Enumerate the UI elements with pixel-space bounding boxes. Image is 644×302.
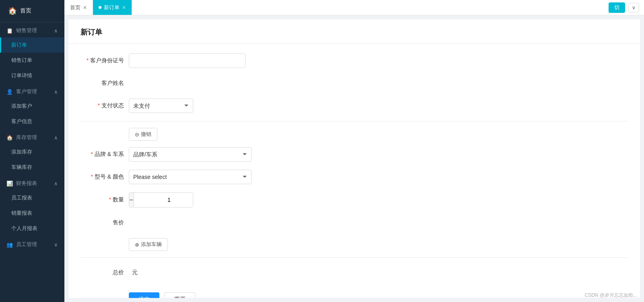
brand-model-label: 品牌 & 车系 (80, 151, 129, 158)
sidebar-section-sales[interactable]: 📋 销售管理 ∧ (0, 22, 64, 37)
footer-credit: CSDN @岁月忘忘如歌... (584, 292, 638, 299)
sidebar-section-finance[interactable]: 📊 财务报表 ∧ (0, 175, 64, 190)
sidebar-logo[interactable]: 🏠 首页 (0, 0, 64, 22)
sidebar-section-sales-label: 销售管理 (16, 27, 37, 34)
customer-id-input[interactable] (129, 53, 246, 68)
sidebar: 🏠 首页 📋 销售管理 ∧ 新订单 销售订单 订单详情 👤 客户管理 ∧ 添加客… (0, 0, 64, 302)
sidebar-item-sales-report[interactable]: 销量报表 (0, 205, 64, 221)
sidebar-section-employee[interactable]: 👥 员工管理 ∨ (0, 236, 64, 251)
quantity-decrease-button[interactable]: − (129, 193, 134, 207)
sale-price-row: 售价 (80, 216, 628, 230)
payment-status-select[interactable]: 未支付 已支付 部分支付 (129, 99, 193, 113)
sidebar-item-order-detail[interactable]: 订单详情 (0, 68, 64, 83)
divider-1 (80, 121, 628, 121)
sidebar-section-employee-label: 员工管理 (16, 241, 37, 248)
customer-icon: 👤 (6, 89, 13, 95)
order-form: 客户身份证号 客户姓名 支付状态 未支付 已支付 部分支付 ⊖ (68, 44, 640, 298)
sidebar-item-new-order-label: 新订单 (11, 42, 27, 48)
sidebar-item-order-detail-label: 订单详情 (11, 72, 32, 78)
divider-2 (80, 257, 628, 258)
tab-home-close-icon[interactable]: ✕ (83, 5, 87, 10)
sidebar-item-customer-info[interactable]: 客户信息 (0, 114, 64, 129)
customer-id-label: 客户身份证号 (80, 57, 129, 64)
sidebar-item-sales-order-label: 销售订单 (11, 57, 32, 63)
chevron-employee-icon: ∨ (54, 242, 58, 248)
tab-new-order[interactable]: 新订单 ✕ (93, 0, 132, 15)
page-title: 新订单 (68, 19, 640, 44)
cancel-vehicle-button[interactable]: ⊖ 撤销 (129, 128, 157, 141)
customer-id-row: 客户身份证号 (80, 53, 628, 68)
tab-home-label: 首页 (70, 4, 80, 11)
reset-button[interactable]: 重置 (164, 292, 196, 298)
quantity-input[interactable] (134, 193, 193, 207)
tab-new-order-label: 新订单 (104, 4, 120, 11)
sidebar-item-add-customer-label: 添加客户 (11, 103, 32, 109)
sidebar-item-employee-report[interactable]: 员工报表 (0, 190, 64, 205)
form-actions: 提交 重置 (129, 292, 628, 298)
tabs-bar: 首页 ✕ 新订单 ✕ (64, 0, 644, 15)
minus-circle-icon: ⊖ (135, 131, 139, 138)
sidebar-item-vehicle-inventory[interactable]: 车辆库存 (0, 160, 64, 175)
chevron-sales-icon: ∧ (54, 28, 58, 34)
add-vehicle-button[interactable]: ⊕ 添加车辆 (129, 238, 168, 251)
sidebar-item-vehicle-inventory-label: 车辆库存 (11, 164, 32, 170)
total-price-unit: 元 (132, 269, 138, 276)
add-vehicle-label: 添加车辆 (141, 241, 162, 248)
home-icon: 🏠 (8, 6, 17, 15)
inventory-icon: 🏠 (6, 135, 13, 141)
total-price-label: 总价 (80, 269, 129, 276)
sidebar-item-customer-info-label: 客户信息 (11, 118, 32, 124)
brand-model-select[interactable]: 品牌/车系 (129, 147, 252, 162)
sidebar-item-personal-report[interactable]: 个人月报表 (0, 221, 64, 236)
sidebar-section-inventory[interactable]: 🏠 库存管理 ∧ (0, 129, 64, 144)
sidebar-item-add-inventory-label: 添加库存 (11, 149, 32, 155)
tab-new-order-close-icon[interactable]: ✕ (122, 5, 126, 10)
brand-model-row: 品牌 & 车系 品牌/车系 (80, 147, 628, 162)
quantity-control: − + (129, 192, 193, 207)
plus-circle-icon: ⊕ (135, 242, 139, 248)
quantity-label: 数量 (80, 196, 129, 203)
tab-active-dot (99, 6, 101, 9)
sidebar-item-add-inventory[interactable]: 添加库存 (0, 144, 64, 160)
sidebar-home-label: 首页 (20, 7, 31, 14)
cancel-vehicle-label: 撤销 (141, 131, 151, 138)
chevron-customer-icon: ∧ (54, 89, 58, 95)
total-price-row: 总价 元 (80, 264, 628, 284)
tab-home[interactable]: 首页 ✕ (64, 0, 93, 15)
type-color-select[interactable]: Please select (129, 170, 252, 184)
sidebar-item-add-customer[interactable]: 添加客户 (0, 99, 64, 114)
sidebar-item-sales-report-label: 销量报表 (11, 210, 32, 216)
sidebar-section-inventory-label: 库存管理 (16, 134, 37, 141)
type-color-row: 型号 & 颜色 Please select (80, 170, 628, 184)
sidebar-item-employee-report-label: 员工报表 (11, 195, 32, 201)
chevron-finance-icon: ∧ (54, 181, 58, 187)
sidebar-item-personal-report-label: 个人月报表 (11, 225, 37, 231)
submit-button[interactable]: 提交 (129, 292, 159, 298)
payment-status-label: 支付状态 (80, 102, 129, 109)
quantity-row: 数量 − + (80, 192, 628, 207)
employee-icon: 👥 (6, 242, 13, 248)
main-area: 首页 ✕ 新订单 ✕ 新订单 客户身份证号 客户姓名 支付状态 (64, 0, 644, 302)
sidebar-section-customer[interactable]: 👤 客户管理 ∧ (0, 83, 64, 99)
topbar-right: 切 ∨ (609, 0, 644, 15)
finance-icon: 📊 (6, 181, 13, 187)
topbar-chevron-button[interactable]: ∨ (628, 3, 639, 12)
sidebar-item-new-order[interactable]: 新订单 (0, 37, 64, 53)
customer-name-row: 客户姓名 (80, 76, 628, 90)
topbar-action-button[interactable]: 切 (609, 2, 625, 13)
sidebar-section-customer-label: 客户管理 (16, 88, 37, 95)
sidebar-item-sales-order[interactable]: 销售订单 (0, 53, 64, 68)
type-color-label: 型号 & 颜色 (80, 173, 129, 181)
content-area: 新订单 客户身份证号 客户姓名 支付状态 未支付 已支付 部分支付 (68, 19, 640, 298)
customer-name-label: 客户姓名 (80, 80, 129, 87)
chevron-inventory-icon: ∧ (54, 135, 58, 141)
sidebar-section-finance-label: 财务报表 (16, 180, 37, 187)
sale-price-label: 售价 (80, 219, 129, 226)
sales-icon: 📋 (6, 28, 13, 34)
payment-status-row: 支付状态 未支付 已支付 部分支付 (80, 99, 628, 113)
